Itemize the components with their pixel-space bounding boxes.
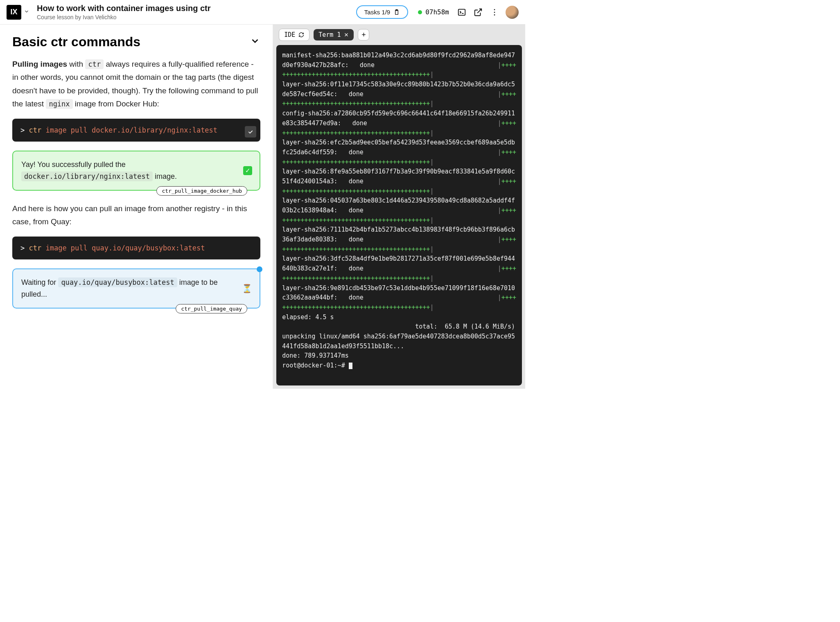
svg-point-7 (494, 14, 495, 16)
check-icon: ✓ (243, 166, 252, 175)
avatar[interactable] (506, 6, 519, 19)
timer: 07h58m (418, 8, 449, 16)
success-code: docker.io/library/nginx:latest (21, 171, 153, 181)
waiting-tag: ctr_pull_image_quay (176, 304, 247, 313)
waiting-indicator-dot (257, 266, 262, 272)
success-tag: ctr_pull_image_docker_hub (156, 186, 247, 196)
terminal-panel: IDE Term 1 + manifest-sha256:baa881b012a… (273, 25, 525, 389)
paragraph-1: Pulling images with ctr always requires … (12, 58, 260, 110)
logo-dropdown-chevron[interactable] (24, 9, 29, 16)
timer-status-dot (418, 10, 422, 14)
close-icon[interactable] (344, 32, 349, 37)
svg-rect-2 (458, 9, 465, 15)
page-subtitle: Course lesson by Ivan Velichko (37, 14, 356, 20)
terminal-output[interactable]: manifest-sha256:baa881b012a49e3c2cd6ab9d… (276, 45, 522, 385)
waiting-callout: Waiting for quay.io/quay/busybox:latest … (12, 268, 260, 309)
code-block-1: > ctr image pull docker.io/library/nginx… (12, 119, 260, 142)
success-callout: Yay! You successfully pulled the docker.… (12, 151, 260, 191)
svg-point-6 (494, 11, 495, 13)
external-link-icon[interactable] (474, 8, 483, 17)
tasks-label: Tasks 1/9 (364, 9, 390, 16)
waiting-code: quay.io/quay/busybox:latest (58, 277, 177, 287)
code-check-button[interactable] (245, 126, 256, 137)
term1-tab[interactable]: Term 1 (314, 29, 354, 41)
page-title: How to work with container images using … (37, 4, 356, 13)
timer-text: 07h58m (425, 8, 449, 16)
hourglass-icon: ⏳ (242, 284, 252, 293)
more-vertical-icon[interactable] (490, 8, 499, 17)
logo[interactable]: IX (7, 5, 21, 20)
clipboard-icon (393, 9, 400, 16)
svg-point-5 (494, 9, 495, 10)
section-collapse-chevron[interactable] (250, 36, 260, 49)
add-terminal-button[interactable]: + (358, 29, 369, 41)
section-title: Basic ctr commands (12, 34, 140, 50)
ide-tab[interactable]: IDE (279, 29, 309, 41)
terminal-icon[interactable] (457, 8, 466, 17)
refresh-icon (298, 32, 304, 38)
svg-line-4 (477, 9, 481, 13)
tasks-button[interactable]: Tasks 1/9 (356, 5, 408, 19)
paragraph-2: And here is how you can pull an image fr… (12, 202, 260, 229)
inline-code-nginx: nginx (46, 99, 72, 109)
inline-code-ctr: ctr (85, 59, 104, 69)
lesson-panel: Basic ctr commands Pulling images with c… (0, 25, 273, 389)
code-block-2: > ctr image pull quay.io/quay/busybox:la… (12, 237, 260, 259)
